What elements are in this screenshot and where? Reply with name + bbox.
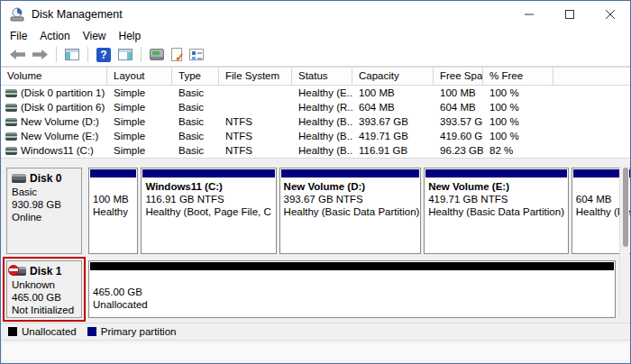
rescan-disks-icon[interactable] <box>150 49 164 60</box>
cell-file_system: NTFS <box>219 145 292 156</box>
cell-volume: (Disk 0 partition 6) <box>1 102 107 113</box>
column-header-capacity[interactable]: Capacity <box>352 68 434 85</box>
cell-type: Basic <box>172 102 219 113</box>
legend-bar: UnallocatedPrimary partition <box>1 323 630 340</box>
column-header-type[interactable]: Type <box>172 68 219 85</box>
column-header-layout[interactable]: Layout <box>107 68 172 85</box>
legend-swatch <box>87 327 96 336</box>
window-title: Disk Management <box>32 8 123 21</box>
cell-capacity: 116.91 GB <box>352 145 434 156</box>
partition-title <box>93 273 611 286</box>
partition-line: Healthy (Basic Data Partition) <box>428 205 564 218</box>
column-header-volume[interactable]: Volume <box>1 68 107 85</box>
column-header-status[interactable]: Status <box>292 68 352 85</box>
disk-label-panel-1[interactable]: Disk 1Unknown465.00 GBNot Initialized <box>6 260 82 318</box>
status-bar <box>1 340 630 363</box>
partition-block[interactable]: New Volume (E:)419.71 GB NTFSHealthy (Ba… <box>424 168 569 254</box>
volume-icon <box>5 132 17 141</box>
partition-block[interactable]: 100 MBHealthy <box>88 168 138 254</box>
volume-icon <box>5 89 17 97</box>
cell-layout: Simple <box>107 87 172 98</box>
table-row[interactable]: (Disk 0 partition 6)SimpleBasicHealthy (… <box>1 100 630 114</box>
disk-management-app-icon <box>10 7 24 22</box>
disk-name: Disk 1 <box>30 265 61 278</box>
cell-status: Healthy (E... <box>292 87 352 98</box>
cell-free_space: 393.57 GB <box>434 116 483 127</box>
cell-layout: Simple <box>107 131 172 141</box>
cell-capacity: 604 MB <box>352 102 434 113</box>
disk-band-1: Disk 1Unknown465.00 GBNot Initialized465… <box>6 260 616 318</box>
back-arrow-icon[interactable] <box>10 49 25 60</box>
cell-pct_free: 100 % <box>483 87 553 98</box>
partition-line: 419.71 GB NTFS <box>428 193 564 205</box>
close-button[interactable] <box>590 1 630 28</box>
partition-line: Healthy (Boot, Page File, C <box>145 205 271 218</box>
menu-view[interactable]: View <box>77 30 113 42</box>
partition-line: 116.91 GB NTFS <box>145 193 271 205</box>
forward-arrow-icon[interactable] <box>32 49 48 60</box>
cell-volume: New Volume (D:) <box>1 116 107 127</box>
partition-info: New Volume (D:)393.67 GB NTFSHealthy (Ba… <box>280 177 421 221</box>
disk-size: 465.00 GB <box>12 291 78 304</box>
volume-icon <box>5 147 17 155</box>
cell-capacity: 100 MB <box>352 87 434 98</box>
cell-free_space: 100 MB <box>434 87 483 98</box>
disk-type: Basic <box>12 186 78 198</box>
check-disk-icon[interactable] <box>171 48 182 61</box>
partition-block[interactable]: 465.00 GBUnallocated <box>88 260 616 318</box>
menu-action[interactable]: Action <box>33 30 76 42</box>
cell-layout: Simple <box>107 145 172 156</box>
partition-strip-1: 465.00 GBUnallocated <box>88 260 616 318</box>
disk-label-panel-0[interactable]: Disk 0Basic930.98 GBOnline <box>6 168 82 254</box>
cell-layout: Simple <box>107 102 172 113</box>
properties-list-icon[interactable] <box>189 49 204 60</box>
disk-management-window: Disk Management FileActionViewHelp ? Vol… <box>0 0 631 364</box>
disk-graphical-area: Disk 0Basic930.98 GBOnline100 MBHealthyW… <box>1 161 630 323</box>
table-row[interactable]: New Volume (E:)SimpleBasicNTFSHealthy (B… <box>1 129 630 143</box>
column-header-file_system[interactable]: File System <box>219 68 292 85</box>
console-tree-icon[interactable] <box>65 49 79 60</box>
disk-status: Not Initialized <box>12 304 78 316</box>
volume-table-body: (Disk 0 partition 1)SimpleBasicHealthy (… <box>1 86 630 158</box>
cell-pct_free: 100 % <box>483 116 553 127</box>
cell-type: Basic <box>172 87 219 98</box>
partition-block[interactable]: Windows11 (C:)116.91 GB NTFSHealthy (Boo… <box>141 168 276 254</box>
table-row[interactable]: (Disk 0 partition 1)SimpleBasicHealthy (… <box>1 86 630 100</box>
table-row[interactable]: New Volume (D:)SimpleBasicNTFSHealthy (B… <box>1 114 630 129</box>
legend-label: Primary partition <box>101 326 177 337</box>
partition-line: Healthy <box>93 205 133 218</box>
partition-block[interactable]: New Volume (D:)393.67 GB NTFSHealthy (Ba… <box>279 168 422 254</box>
volume-name-text: New Volume (D:) <box>21 116 99 127</box>
disk-status: Online <box>12 211 78 223</box>
table-row[interactable]: Windows11 (C:)SimpleBasicNTFSHealthy (B.… <box>1 143 630 158</box>
unallocated-color-bar <box>90 262 614 270</box>
legend-label: Unallocated <box>22 326 77 337</box>
partition-line: 393.67 GB NTFS <box>284 193 417 205</box>
partition-line: 100 MB <box>93 193 133 205</box>
legend-item-0: Unallocated <box>8 326 77 337</box>
vertical-scrollbar[interactable] <box>619 166 629 318</box>
cell-type: Basic <box>172 145 219 156</box>
title-bar: Disk Management <box>1 1 630 28</box>
partition-strip-0: 100 MBHealthyWindows11 (C:)116.91 GB NTF… <box>88 168 630 254</box>
cell-volume: New Volume (E:) <box>1 131 107 141</box>
status-bar-inner <box>3 343 628 359</box>
cell-capacity: 419.71 GB <box>352 131 434 141</box>
cell-pct_free: 100 % <box>483 131 553 141</box>
partition-title: New Volume (D:) <box>284 180 417 193</box>
minimize-button[interactable] <box>508 1 549 28</box>
action-pane-icon[interactable] <box>118 49 133 60</box>
column-header-pct_free[interactable]: % Free <box>483 68 553 85</box>
scrollbar-thumb[interactable] <box>623 168 628 247</box>
partition-line: Healthy (Basic Data Partition) <box>284 205 417 218</box>
volume-name-text: (Disk 0 partition 6) <box>21 102 105 113</box>
cell-free_space: 419.60 GB <box>434 131 483 141</box>
menu-help[interactable]: Help <box>113 30 148 42</box>
disk-type: Unknown <box>12 278 78 291</box>
column-header-free_space[interactable]: Free Spa... <box>434 68 483 85</box>
menu-file[interactable]: File <box>4 30 33 42</box>
maximize-button[interactable] <box>549 1 590 28</box>
primary-color-bar <box>142 169 274 177</box>
help-icon[interactable]: ? <box>96 48 111 62</box>
partition-line: 465.00 GB <box>93 286 611 298</box>
